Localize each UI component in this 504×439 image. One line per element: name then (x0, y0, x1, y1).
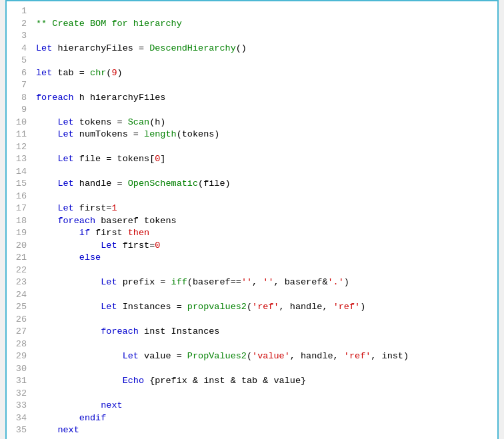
line-1 (36, 5, 492, 18)
kw-let-4: Let (36, 43, 52, 53)
line-28 (36, 338, 492, 351)
line-27: foreach inst Instances (36, 326, 492, 338)
line-29: Let value = PropValues2('value', handle,… (36, 350, 492, 363)
kw-foreach-27: foreach (101, 326, 139, 336)
fn-chr: chr (90, 68, 106, 78)
kw-let-11: Let (57, 129, 73, 139)
kw-let-10: Let (57, 117, 73, 127)
line-23: Let prefix = iff(baseref=='', '', basere… (36, 276, 492, 289)
fn-descendhierarchy: DescendHierarchy (149, 43, 236, 53)
line-22 (36, 264, 492, 277)
code-editor: 12345 678910 1112131415 1617181920 21222… (5, 0, 499, 439)
fn-openschematic: OpenSchematic (128, 179, 198, 189)
kw-else-21: else (79, 252, 101, 262)
line-24 (36, 289, 492, 302)
line-2: ** Create BOM for hierarchy (36, 18, 492, 31)
line-10: Let tokens = Scan(h) (36, 117, 492, 129)
line-9 (36, 104, 492, 117)
line-32 (36, 388, 492, 400)
line-18: foreach baseref tokens (36, 215, 492, 228)
line-19: if first then (36, 227, 492, 240)
kw-if-19: if (79, 228, 90, 238)
line-14 (36, 166, 492, 179)
line-4: Let hierarchyFiles = DescendHierarchy() (36, 43, 492, 55)
code-content: ** Create BOM for hierarchy Let hierarch… (31, 5, 497, 439)
kw-next-35: next (57, 425, 79, 435)
line-34: endif (36, 412, 492, 425)
line-15: Let handle = OpenSchematic(file) (36, 178, 492, 191)
line-25: Let Instances = propvalues2('ref', handl… (36, 301, 492, 314)
kw-let-6: let (36, 68, 52, 78)
fn-length: length (144, 129, 177, 139)
line-30 (36, 363, 492, 376)
kw-let-15: Let (57, 179, 73, 189)
kw-echo-31: Echo (123, 376, 144, 386)
fn-propvalues2-29: PropValues2 (187, 351, 247, 361)
fn-propvalues2-25: propvalues2 (187, 302, 247, 312)
kw-let-25: Let (101, 302, 117, 312)
kw-let-23: Let (101, 277, 117, 287)
line-16 (36, 191, 492, 203)
line-17: Let first=1 (36, 203, 492, 215)
line-21: else (36, 252, 492, 264)
kw-foreach-8: foreach (36, 93, 74, 103)
line-7 (36, 79, 492, 92)
kw-endif-34: endif (79, 413, 107, 423)
code-area: 12345 678910 1112131415 1617181920 21222… (7, 1, 497, 439)
kw-let-13: Let (57, 154, 73, 164)
kw-then-19: then (128, 228, 149, 238)
line-35: next (36, 424, 492, 437)
line-numbers: 12345 678910 1112131415 1617181920 21222… (7, 5, 31, 439)
line-13: Let file = tokens[0] (36, 153, 492, 166)
line-11: Let numTokens = length(tokens) (36, 129, 492, 141)
line-12 (36, 141, 492, 154)
line-31: Echo {prefix & inst & tab & value} (36, 375, 492, 388)
line-26 (36, 314, 492, 326)
line-3 (36, 30, 492, 43)
line-6: let tab = chr(9) (36, 67, 492, 80)
line-8: foreach h hierarchyFiles (36, 92, 492, 105)
fn-scan: Scan (128, 117, 149, 127)
kw-let-29: Let (123, 351, 139, 361)
kw-foreach-18: foreach (57, 216, 95, 226)
fn-iff: iff (171, 277, 187, 287)
line-5 (36, 55, 492, 67)
line-20: Let first=0 (36, 240, 492, 252)
line-36: next (36, 437, 492, 440)
line-33: next (36, 400, 492, 412)
kw-let-17: Let (57, 203, 73, 213)
kw-next-33: next (101, 400, 122, 410)
comment-bom: ** Create BOM for hierarchy (36, 19, 182, 29)
kw-let-20: Let (101, 240, 117, 250)
